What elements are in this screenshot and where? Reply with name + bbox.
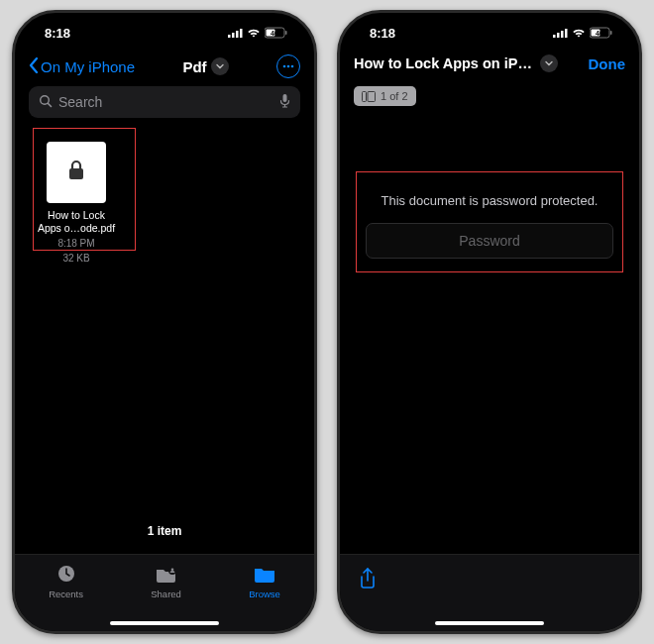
chevron-left-icon [29, 57, 39, 76]
doc-body: This document is password protected. [340, 106, 639, 542]
back-button[interactable]: On My iPhone [29, 57, 135, 76]
cellular-signal-icon [228, 28, 243, 38]
bottom-toolbar [340, 554, 639, 631]
svg-point-8 [283, 65, 286, 68]
tab-recents[interactable]: Recents [49, 563, 83, 631]
file-size: 32 KB [29, 252, 124, 265]
dictation-icon[interactable] [279, 93, 290, 112]
lock-icon [66, 159, 86, 186]
status-indicators: 46 [228, 27, 288, 39]
done-button[interactable]: Done [589, 55, 626, 72]
file-name-line2: Apps o…ode.pdf [29, 222, 124, 235]
search-placeholder: Search [58, 94, 102, 110]
file-name-line1: How to Lock [29, 209, 124, 222]
pages-icon [362, 91, 376, 102]
chevron-down-icon[interactable] [540, 54, 558, 72]
search-icon [39, 94, 53, 111]
svg-line-12 [48, 103, 51, 106]
password-input[interactable] [366, 223, 613, 259]
file-time: 8:18 PM [29, 237, 124, 250]
home-indicator[interactable] [435, 621, 544, 625]
clock-icon [55, 563, 77, 587]
status-time: 8:18 [45, 26, 70, 41]
battery-icon: 46 [265, 27, 288, 39]
folder-title-button[interactable]: Pdf [182, 57, 228, 75]
cellular-signal-icon [553, 28, 568, 38]
files-grid: How to Lock Apps o…ode.pdf 8:18 PM 32 KB [15, 128, 314, 270]
phone-files-folder: 8:18 46 On My iPhone [12, 10, 317, 634]
wifi-icon [572, 28, 586, 38]
password-protected-message: This document is password protected. [340, 193, 639, 208]
tab-label: Recents [49, 589, 83, 599]
svg-point-9 [287, 65, 290, 68]
more-options-button[interactable] [276, 54, 300, 78]
doc-nav-bar: How to Lock Apps on iPhone... Done [340, 53, 639, 80]
svg-rect-23 [565, 29, 568, 38]
home-indicator[interactable] [110, 621, 219, 625]
battery-icon: 46 [590, 27, 613, 39]
svg-rect-20 [553, 35, 556, 38]
svg-rect-28 [363, 91, 367, 101]
svg-rect-6 [285, 31, 287, 35]
nav-bar: On My iPhone Pdf [15, 53, 314, 86]
svg-rect-1 [232, 33, 235, 38]
svg-rect-2 [236, 31, 239, 38]
page-indicator-badge[interactable]: 1 of 2 [354, 86, 416, 106]
folder-shared-icon [155, 563, 178, 587]
svg-text:46: 46 [596, 30, 603, 37]
svg-rect-16 [69, 168, 83, 179]
file-thumbnail [47, 142, 106, 203]
svg-rect-29 [368, 91, 376, 101]
notch [436, 13, 543, 39]
folder-icon [253, 563, 276, 587]
svg-point-19 [170, 569, 173, 572]
item-count: 1 item [15, 524, 314, 538]
back-label: On My iPhone [41, 58, 135, 75]
chevron-down-icon [211, 57, 229, 75]
svg-rect-22 [561, 31, 564, 38]
svg-rect-26 [610, 31, 612, 35]
svg-text:46: 46 [271, 30, 278, 37]
svg-rect-3 [240, 29, 243, 38]
phone-pdf-locked: 8:18 46 How to Lock Apps on iPhone... [337, 10, 642, 634]
svg-point-10 [291, 65, 294, 68]
svg-rect-21 [557, 33, 560, 38]
notch [111, 13, 218, 39]
tab-browse[interactable]: Browse [249, 563, 280, 631]
status-indicators: 46 [553, 27, 613, 39]
svg-rect-13 [283, 94, 287, 102]
page-indicator-text: 1 of 2 [381, 90, 408, 102]
status-time: 8:18 [370, 26, 395, 41]
search-input[interactable]: Search [29, 86, 300, 118]
tab-label: Shared [151, 589, 181, 599]
tab-label: Browse [249, 589, 280, 599]
share-button[interactable] [358, 567, 378, 594]
svg-rect-0 [228, 35, 231, 38]
file-item[interactable]: How to Lock Apps o…ode.pdf 8:18 PM 32 KB [29, 142, 124, 265]
tab-bar: Recents Shared Browse [15, 554, 314, 631]
doc-title: How to Lock Apps on iPhone... [354, 55, 532, 71]
wifi-icon [247, 28, 261, 38]
folder-title: Pdf [182, 58, 206, 75]
